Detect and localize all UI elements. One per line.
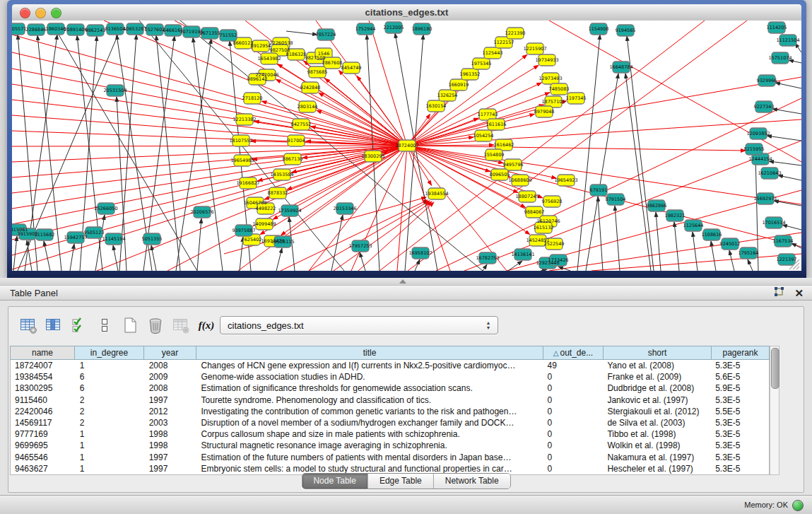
table-cell[interactable]: 5.9E-5 bbox=[711, 382, 769, 394]
table-row[interactable]: 977716911998Corpus callosum shape and si… bbox=[11, 428, 769, 440]
column-header-name[interactable]: name bbox=[10, 346, 75, 360]
table-cell[interactable]: Jankovic et al. (1997) bbox=[603, 395, 711, 406]
table-cell[interactable]: 2 bbox=[76, 406, 145, 417]
table-cell[interactable]: Tibbo et al. (1998) bbox=[603, 428, 711, 440]
table-cell[interactable]: 1997 bbox=[145, 452, 197, 463]
scrollbar-thumb[interactable] bbox=[771, 348, 779, 389]
table-cell[interactable]: 2009 bbox=[145, 371, 197, 382]
graph-edge[interactable] bbox=[276, 248, 282, 271]
table-cell[interactable]: 0 bbox=[543, 463, 604, 474]
table-cell[interactable]: Tourette syndrome. Phenomenology and cla… bbox=[197, 395, 543, 406]
table-cell[interactable]: 9777169 bbox=[11, 428, 76, 440]
table-cell[interactable]: 0 bbox=[543, 395, 604, 406]
table-cell[interactable]: Genome-wide association studies in ADHD. bbox=[197, 371, 543, 382]
table-cell[interactable]: 9115460 bbox=[11, 395, 76, 406]
table-row[interactable]: 2242004622012Investigating the contribut… bbox=[11, 406, 769, 417]
table-cell[interactable]: 2012 bbox=[145, 406, 197, 417]
table-cell[interactable]: 49 bbox=[543, 360, 604, 371]
graph-edge[interactable] bbox=[508, 261, 522, 271]
table-cell[interactable]: 2008 bbox=[145, 360, 197, 371]
table-row[interactable]: 1456911722003Disruption of a novel membe… bbox=[11, 417, 769, 428]
graph-edge[interactable] bbox=[407, 146, 543, 198]
table-cell[interactable]: 1 bbox=[76, 428, 145, 440]
graph-edge[interactable] bbox=[774, 201, 801, 206]
network-view-window[interactable]: citations_edges.txt 18724007866012389129… bbox=[7, 0, 806, 278]
graph-edge[interactable] bbox=[656, 212, 661, 271]
network-canvas[interactable]: 1872400786601238912954222605389827508165… bbox=[12, 21, 801, 271]
graph-edge[interactable] bbox=[151, 245, 156, 271]
table-cell[interactable]: Nakamura et al. (1997) bbox=[603, 452, 711, 463]
graph-edge[interactable] bbox=[598, 197, 603, 271]
graph-edge[interactable] bbox=[197, 218, 201, 271]
show-columns-button[interactable] bbox=[42, 314, 66, 337]
table-cell[interactable]: 5.3E-5 bbox=[711, 428, 769, 440]
column-header-pagerank[interactable]: pagerank bbox=[712, 346, 770, 360]
graph-edge[interactable] bbox=[729, 250, 734, 271]
graph-edge[interactable] bbox=[369, 21, 407, 146]
graph-edge[interactable] bbox=[27, 240, 32, 271]
table-cell[interactable]: Wolkin et al. (1998) bbox=[603, 440, 711, 451]
graph-edge[interactable] bbox=[12, 146, 407, 146]
table-cell[interactable]: Stergiakouli et al. (2012) bbox=[603, 406, 711, 417]
tab-node-table[interactable]: Node Table bbox=[302, 474, 367, 489]
table-cell[interactable]: 1 bbox=[76, 452, 145, 463]
graph-edge[interactable] bbox=[778, 175, 801, 180]
table-row[interactable]: 969969511998Structural magnetic resonanc… bbox=[11, 440, 769, 451]
graph-edge[interactable] bbox=[767, 136, 801, 141]
graph-edge[interactable] bbox=[549, 21, 801, 162]
table-cell[interactable]: 1997 bbox=[145, 463, 197, 474]
graph-edge[interactable] bbox=[113, 245, 118, 271]
delete-columns-button[interactable] bbox=[143, 314, 167, 337]
table-cell[interactable]: 0 bbox=[543, 406, 604, 417]
select-columns-button[interactable] bbox=[67, 314, 91, 337]
float-window-icon[interactable] bbox=[774, 286, 784, 300]
table-cell[interactable]: Structural magnetic resonance image aver… bbox=[197, 440, 543, 451]
graph-edge[interactable] bbox=[358, 202, 434, 271]
table-cell[interactable]: 5.3E-5 bbox=[711, 463, 769, 474]
graph-edge[interactable] bbox=[309, 201, 430, 271]
table-cell[interactable]: 0 bbox=[543, 440, 604, 451]
column-header-year[interactable]: year bbox=[144, 346, 196, 360]
table-cell[interactable]: 19384554 bbox=[11, 371, 76, 382]
table-mode-button[interactable] bbox=[16, 314, 40, 337]
table-cell[interactable]: 2 bbox=[76, 417, 145, 428]
close-panel-icon[interactable]: ✕ bbox=[794, 286, 804, 300]
split-pane-handle-icon[interactable] bbox=[399, 279, 406, 284]
graph-edge[interactable] bbox=[408, 21, 747, 271]
memory-ok-indicator-icon[interactable] bbox=[792, 500, 804, 511]
graph-edge[interactable] bbox=[577, 35, 600, 271]
table-cell[interactable]: 1997 bbox=[145, 395, 197, 406]
table-cell[interactable]: 1998 bbox=[145, 440, 197, 451]
graph-edge[interactable] bbox=[625, 74, 651, 271]
graph-edge[interactable] bbox=[558, 267, 570, 271]
graph-edge[interactable] bbox=[775, 83, 801, 88]
table-cell[interactable]: Disruption of a novel member of a sodium… bbox=[197, 417, 543, 428]
network-window-titlebar[interactable]: citations_edges.txt bbox=[12, 4, 801, 21]
table-cell[interactable]: 6 bbox=[76, 382, 145, 394]
column-header-in-degree[interactable]: in_degree bbox=[75, 346, 144, 360]
stacked-squares-button[interactable] bbox=[93, 314, 117, 337]
table-cell[interactable]: 9699695 bbox=[11, 440, 76, 451]
graph-edge[interactable] bbox=[12, 146, 407, 177]
table-cell[interactable]: 5.3E-5 bbox=[711, 360, 769, 371]
graph-edge[interactable] bbox=[13, 236, 17, 271]
graph-edge[interactable] bbox=[12, 131, 407, 146]
graph-edge[interactable] bbox=[360, 252, 365, 271]
table-row[interactable]: 1830029562008Estimation of significance … bbox=[11, 382, 769, 394]
table-cell[interactable]: 5.6E-5 bbox=[711, 371, 769, 382]
graph-edge[interactable] bbox=[12, 146, 407, 209]
table-cell[interactable]: de Silva et al. (2003) bbox=[603, 417, 711, 428]
graph-edge[interactable] bbox=[286, 31, 317, 35]
graph-edge[interactable] bbox=[586, 74, 618, 271]
table-cell[interactable]: Yano et al. (2008) bbox=[603, 360, 711, 371]
column-header-out-de-[interactable]: △out_de... bbox=[543, 346, 604, 360]
column-header-title[interactable]: title bbox=[196, 346, 543, 360]
table-selector-dropdown[interactable]: citations_edges.txt ▲▼ bbox=[220, 316, 498, 334]
table-cell[interactable]: 2003 bbox=[145, 417, 197, 428]
graph-edge[interactable] bbox=[541, 269, 547, 271]
table-cell[interactable]: Corpus callosum shape and size in male p… bbox=[197, 428, 543, 440]
table-cell[interactable]: 1 bbox=[76, 463, 145, 474]
table-cell[interactable]: 1 bbox=[76, 440, 145, 451]
graph-edge[interactable] bbox=[319, 93, 407, 146]
table-cell[interactable]: 9463627 bbox=[11, 463, 76, 474]
